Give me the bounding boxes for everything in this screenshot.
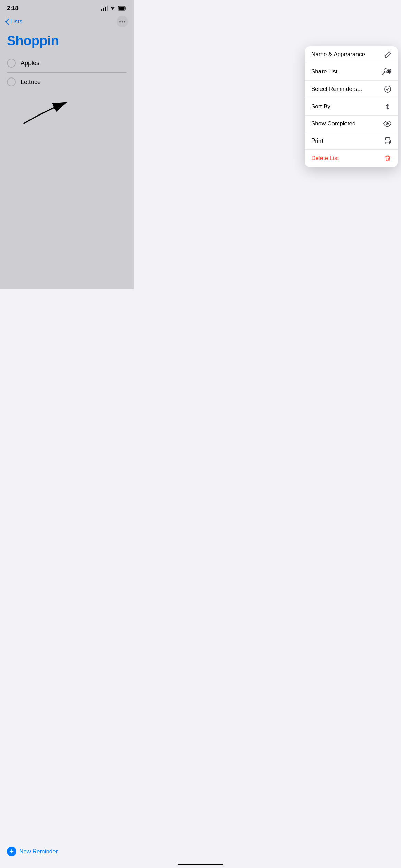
dropdown-overlay[interactable] [0,0,134,289]
